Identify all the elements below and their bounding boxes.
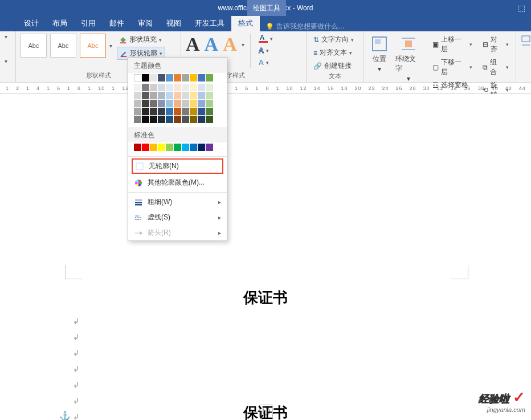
color-swatch[interactable] [182,108,189,115]
color-swatch[interactable] [182,100,189,107]
color-swatch[interactable] [206,116,213,123]
color-swatch[interactable] [150,116,157,123]
color-swatch[interactable] [158,108,165,115]
wordart-style-2[interactable]: A [205,34,219,55]
color-swatch[interactable] [206,92,213,99]
color-swatch[interactable] [190,100,197,107]
color-swatch[interactable] [190,108,197,115]
color-swatch[interactable] [198,100,205,107]
dashes-item[interactable]: 虚线(S) ▸ [128,210,227,225]
tell-me-search[interactable]: 💡 告诉我您想要做什么… [266,22,345,31]
contextual-tool-tab[interactable]: 绘图工具 [247,0,286,16]
dropdown-icon[interactable]: ▾ [5,34,11,40]
color-swatch[interactable] [134,108,141,115]
color-swatch[interactable] [206,108,213,115]
color-swatch[interactable] [174,100,181,107]
color-swatch[interactable] [198,92,205,99]
text-direction-button[interactable]: ⇅ 文字方向▾ [311,34,356,46]
color-swatch[interactable] [134,116,141,123]
color-swatch[interactable] [142,92,149,99]
weight-item[interactable]: 粗细(W) ▸ [128,194,227,210]
color-swatch[interactable] [166,84,173,91]
color-swatch[interactable] [190,116,197,123]
color-swatch[interactable] [134,92,141,99]
document-canvas[interactable]: 保证书 ↲↲↲↲↲↲↲ ⚓ ✂ ↲ 保证书 [0,94,531,420]
color-swatch[interactable] [142,84,149,91]
color-swatch[interactable] [174,74,181,81]
tab-layout[interactable]: 布局 [46,15,74,31]
color-swatch[interactable] [206,74,213,81]
wordart-style-1[interactable]: A [186,34,200,55]
document-heading[interactable]: 保证书 [243,288,288,308]
color-swatch[interactable] [134,84,141,91]
shape-style-3[interactable]: Abc [80,34,106,58]
color-swatch[interactable] [198,74,205,81]
tab-format[interactable]: 格式 [231,15,260,31]
color-swatch[interactable] [158,116,165,123]
more-outline-colors-item[interactable]: 其他轮廓颜色(M)... [128,175,227,190]
color-swatch[interactable] [142,144,149,151]
anchor-icon[interactable]: ⚓ [59,410,71,420]
color-swatch[interactable] [174,108,181,115]
document-heading-2[interactable]: 保证书 [243,403,288,420]
color-swatch[interactable] [206,144,213,151]
color-swatch[interactable] [190,74,197,81]
tab-design[interactable]: 设计 [17,15,46,31]
color-swatch[interactable] [134,74,141,81]
position-button[interactable]: 位置▾ [368,34,391,74]
tab-developer[interactable]: 开发工具 [188,15,231,31]
color-swatch[interactable] [182,84,189,91]
color-swatch[interactable] [190,144,197,151]
tab-view[interactable]: 视图 [160,15,188,31]
color-swatch[interactable] [150,92,157,99]
shape-style-2[interactable]: Abc [50,34,76,58]
color-swatch[interactable] [166,116,173,123]
color-swatch[interactable] [134,100,141,107]
color-swatch[interactable] [182,116,189,123]
align-text-button[interactable]: ≡ 对齐文本▾ [311,47,356,59]
text-outline-button[interactable]: A▾ [256,45,275,56]
color-swatch[interactable] [206,84,213,91]
color-swatch[interactable] [150,108,157,115]
color-swatch[interactable] [150,84,157,91]
selection-pane-button[interactable]: ☲选择窗格 [430,79,475,91]
color-swatch[interactable] [166,74,173,81]
shape-style-1[interactable]: Abc [21,34,47,58]
color-swatch[interactable] [166,92,173,99]
text-effects-button[interactable]: A▾ [256,57,275,68]
color-swatch[interactable] [158,74,165,81]
color-swatch[interactable] [150,100,157,107]
color-swatch[interactable] [198,108,205,115]
color-swatch[interactable] [142,116,149,123]
restore-window-icon[interactable]: ⬚ [518,3,525,13]
color-swatch[interactable] [142,108,149,115]
color-swatch[interactable] [150,74,157,81]
color-swatch[interactable] [142,74,149,81]
text-fill-button[interactable]: ▾ [256,34,275,44]
create-link-button[interactable]: 🔗 创建链接 [311,60,356,72]
color-swatch[interactable] [166,100,173,107]
wordart-style-3[interactable]: A [223,34,237,55]
color-swatch[interactable] [182,92,189,99]
color-swatch[interactable] [166,144,173,151]
no-outline-item[interactable]: 无轮廓(N) [132,158,223,174]
color-swatch[interactable] [158,100,165,107]
color-swatch[interactable] [166,108,173,115]
tab-review[interactable]: 审阅 [131,15,160,31]
color-swatch[interactable] [174,116,181,123]
align-button[interactable]: ⊟对齐▾ [480,34,511,55]
color-swatch[interactable] [174,144,181,151]
color-swatch[interactable] [190,84,197,91]
color-swatch[interactable] [190,92,197,99]
bring-forward-button[interactable]: ▣上移一层▾ [430,34,475,55]
send-backward-button[interactable]: ▢下移一层▾ [430,56,475,78]
color-swatch[interactable] [198,84,205,91]
color-swatch[interactable] [206,100,213,107]
shape-fill-button[interactable]: 形状填充 ▾ [117,34,165,46]
wrap-text-button[interactable]: 环绕文字▾ [393,34,424,84]
more-wordart-icon[interactable]: ▾ [242,42,244,48]
color-swatch[interactable] [198,144,205,151]
color-swatch[interactable] [158,144,165,151]
dropdown-icon[interactable]: ▾ [5,58,11,64]
color-swatch[interactable] [158,92,165,99]
